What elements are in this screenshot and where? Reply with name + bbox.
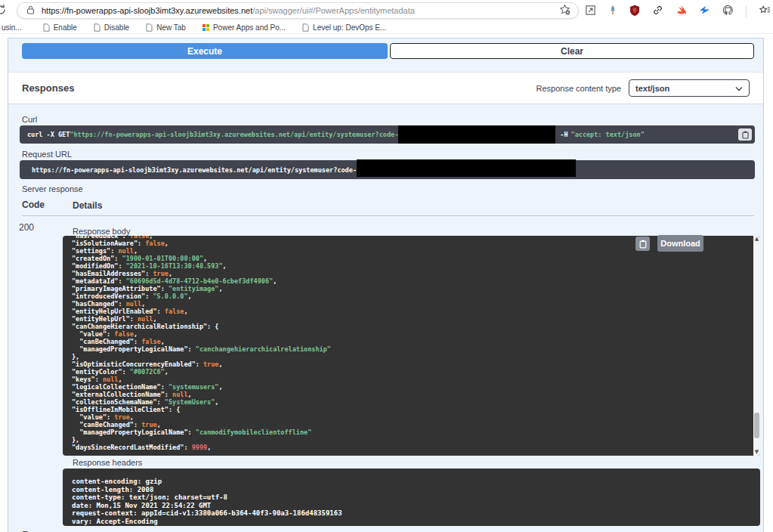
request-url-text: https://fn-powerapps-api-sloojb3imt3xy.a…	[32, 166, 357, 174]
response-content-type-select[interactable]: text/json	[629, 79, 750, 97]
response-body-label: Response body	[73, 227, 130, 236]
copy-curl-button[interactable]	[738, 128, 752, 141]
extensions-row	[585, 5, 773, 18]
ublock-shield-icon[interactable]	[629, 5, 640, 19]
response-headers-block: content-encoding: gzip content-length: 2…	[63, 469, 760, 526]
bookmark-label: Level up: DevOps E...	[313, 23, 386, 32]
page-bookmark-icon	[94, 23, 100, 32]
bookmark-label: Enable	[54, 23, 77, 32]
send-arrow-extension-icon[interactable]	[699, 5, 710, 18]
toolbar-divider	[746, 6, 747, 17]
bookmark-item[interactable]: usin...	[2, 23, 22, 32]
bookmark-item[interactable]: New Tab	[146, 23, 186, 32]
redaction-box	[357, 159, 576, 177]
content-type-value: text/json	[635, 84, 669, 93]
responses-title: Responses	[22, 82, 74, 94]
refresh-icon[interactable]	[0, 4, 7, 19]
responses-section-title-bottom: Responses	[22, 529, 74, 532]
responses-header-row: Responses Response content type text/jso…	[8, 72, 763, 104]
response-body-block: "hasFeedback": false,"isSolutionAware": …	[63, 236, 760, 456]
curl-command-bar: curl -X GET "https://fn-powerapps-api-sl…	[20, 125, 755, 144]
curl-header-flag: -H	[560, 131, 567, 138]
microsoft-logo-icon	[203, 24, 209, 31]
address-bar[interactable]: https://fn-powerapps-api-sloojb3imt3xy.a…	[17, 2, 579, 19]
link-copy-icon[interactable]	[652, 5, 663, 19]
server-response-label: Server response	[22, 184, 83, 193]
page-bookmark-icon	[43, 23, 50, 32]
scrollbar-thumb[interactable]	[754, 413, 759, 438]
clipboard-icon	[639, 240, 647, 249]
page-bookmark-icon	[146, 23, 153, 32]
clear-button[interactable]: Clear	[390, 43, 754, 59]
response-body-scrollbar[interactable]: ▲ ▼	[753, 236, 760, 456]
bookmark-label: Power Apps and Po...	[213, 23, 286, 32]
operation-block: Execute Clear Responses Response content…	[8, 38, 764, 532]
curl-command-url: "https://fn-powerapps-api-sloojb3imt3xy.…	[70, 131, 398, 138]
url-host: https://fn-powerapps-api-sloojb3imt3xy.a…	[42, 6, 252, 15]
swift-extension-icon[interactable]	[676, 5, 687, 19]
chevron-down-icon	[735, 84, 743, 93]
url-path: /api/swagger/ui#/PowerApps/entitymetadat…	[252, 6, 415, 15]
url-text: https://fn-powerapps-api-sloojb3imt3xy.a…	[42, 6, 559, 15]
add-favorite-star-icon[interactable]	[559, 4, 570, 18]
redaction-box	[398, 125, 555, 144]
response-headers-label: Response headers	[73, 458, 142, 467]
bookmark-label: usin...	[2, 23, 22, 32]
request-url-bar: https://fn-powerapps-api-sloojb3imt3xy.a…	[20, 160, 755, 179]
fullscreen-capture-icon[interactable]	[585, 5, 596, 19]
rocket-extension-icon[interactable]	[608, 5, 617, 19]
curl-header-value: "accept: text/json"	[571, 131, 645, 138]
details-column-header: Details	[73, 200, 102, 211]
github-extension-icon[interactable]	[722, 5, 734, 19]
execute-button[interactable]: Execute	[22, 43, 388, 59]
clipboard-icon	[742, 131, 749, 139]
bookmark-item[interactable]: Power Apps and Po...	[203, 23, 286, 32]
curl-command-prefix: curl -X GET	[27, 131, 70, 138]
page-bookmark-icon	[302, 23, 309, 32]
bookmark-item[interactable]: Level up: DevOps E...	[302, 23, 386, 32]
response-content-type-label: Response content type	[536, 84, 621, 93]
status-code: 200	[19, 222, 34, 233]
copy-response-button[interactable]	[635, 237, 650, 251]
bookmark-item[interactable]: Disable	[94, 23, 129, 32]
swagger-page: Execute Clear Responses Response content…	[0, 34, 773, 532]
collections-star-icon[interactable]	[759, 5, 771, 19]
code-column-header: Code	[22, 200, 45, 210]
response-headers-code: content-encoding: gzip content-length: 2…	[72, 478, 760, 525]
bookmark-label: Disable	[104, 23, 129, 32]
browser-toolbar: https://fn-powerapps-api-sloojb3imt3xy.a…	[0, 0, 773, 21]
bookmark-item[interactable]: Enable	[43, 23, 77, 32]
lock-icon	[26, 4, 35, 17]
download-button[interactable]: Download	[657, 235, 703, 252]
request-url-label: Request URL	[22, 150, 72, 159]
table-divider	[22, 215, 754, 216]
response-body-code: "hasFeedback": false,"isSolutionAware": …	[72, 236, 760, 451]
browser-window: https://fn-powerapps-api-sloojb3imt3xy.a…	[0, 0, 773, 532]
bookmarks-bar: usin... Enable Disable New Tab Power App…	[0, 21, 773, 34]
curl-label: Curl	[22, 115, 37, 124]
bookmark-label: New Tab	[156, 23, 186, 32]
